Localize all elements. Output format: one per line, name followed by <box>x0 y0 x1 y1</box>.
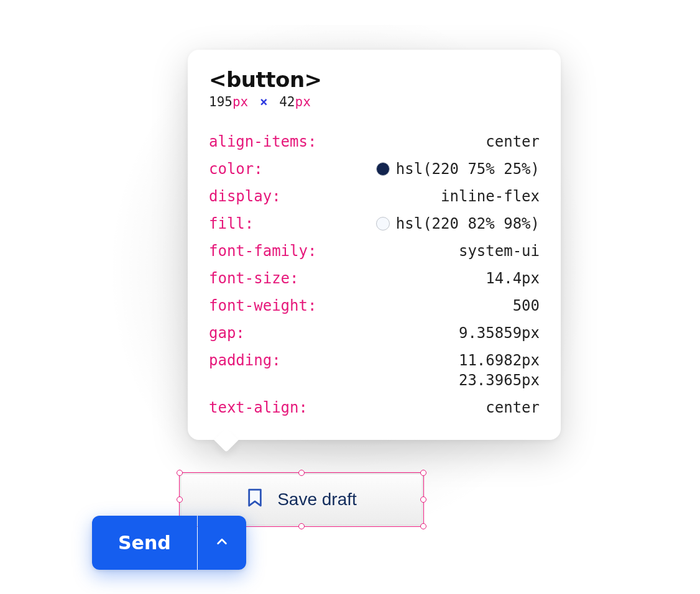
property-value-text: 23.3965px <box>459 372 540 389</box>
property-name: color <box>209 160 263 178</box>
property-value-text: system-ui <box>459 242 540 260</box>
property-value: center <box>486 133 540 150</box>
property-name: font-size <box>209 270 299 287</box>
property-value-line: 23.3965px <box>459 372 540 389</box>
property-value-line: 9.35859px <box>459 324 540 342</box>
inspector-property-row: font-weight500 <box>209 292 540 319</box>
inspector-property-row: font-familysystem-ui <box>209 237 540 265</box>
property-value: system-ui <box>459 242 540 260</box>
dimension-width-unit: px <box>233 94 248 109</box>
inspector-property-row: fillhsl(220 82% 98%) <box>209 210 540 237</box>
property-value: 9.35859px <box>459 324 540 342</box>
tooltip-arrow <box>214 427 239 452</box>
inspector-header: <button> 195px × 42px <box>209 67 540 109</box>
property-name: font-weight <box>209 297 316 314</box>
bookmark-icon <box>246 487 264 513</box>
property-value: 11.6982px23.3965px <box>459 352 540 389</box>
dimension-separator: × <box>256 94 272 109</box>
dimension-height-unit: px <box>295 94 311 109</box>
dimension-height-number: 42 <box>279 94 295 109</box>
send-button-group: Send <box>92 516 246 570</box>
inspector-property-row: align-itemscenter <box>209 128 540 155</box>
property-value-line: hsl(220 82% 98%) <box>376 215 540 232</box>
property-name: padding <box>209 352 281 369</box>
send-label: Send <box>118 532 171 554</box>
property-value-line: hsl(220 75% 25%) <box>376 160 540 178</box>
send-more-options-button[interactable] <box>198 516 246 570</box>
send-button[interactable]: Send <box>92 516 197 570</box>
inspector-properties-list: align-itemscentercolorhsl(220 75% 25%)di… <box>209 128 540 421</box>
property-value-line: system-ui <box>459 242 540 260</box>
property-value: center <box>486 399 540 416</box>
inspected-element-tag: <button> <box>209 67 540 92</box>
property-name: gap <box>209 324 245 342</box>
property-value-text: 14.4px <box>486 270 540 287</box>
property-value-text: center <box>486 133 540 150</box>
inspector-property-row: padding11.6982px23.3965px <box>209 347 540 394</box>
save-draft-label: Save draft <box>277 490 357 509</box>
property-value-line: center <box>486 399 540 416</box>
inspector-property-row: text-aligncenter <box>209 394 540 421</box>
property-value: hsl(220 75% 25%) <box>376 160 540 178</box>
property-value-text: center <box>486 399 540 416</box>
inspector-property-row: font-size14.4px <box>209 265 540 292</box>
property-value-line: inline-flex <box>441 188 540 205</box>
inspector-property-row: displayinline-flex <box>209 183 540 210</box>
property-value-line: 500 <box>513 297 540 314</box>
property-value-text: hsl(220 75% 25%) <box>396 160 540 178</box>
property-value: 14.4px <box>486 270 540 287</box>
property-value-line: 11.6982px <box>459 352 540 369</box>
property-value-line: center <box>486 133 540 150</box>
property-value-text: 11.6982px <box>459 352 540 369</box>
inspector-property-row: colorhsl(220 75% 25%) <box>209 155 540 183</box>
property-value-text: 9.35859px <box>459 324 540 342</box>
property-value-text: inline-flex <box>441 188 540 205</box>
property-name: display <box>209 188 281 205</box>
property-value: hsl(220 82% 98%) <box>376 215 540 232</box>
property-value-text: hsl(220 82% 98%) <box>396 215 540 232</box>
color-swatch <box>376 162 390 176</box>
dimension-width-number: 195 <box>209 94 233 109</box>
property-value: inline-flex <box>441 188 540 205</box>
property-name: fill <box>209 215 254 232</box>
inspector-property-row: gap9.35859px <box>209 319 540 347</box>
inspected-element-dimensions: 195px × 42px <box>209 94 540 109</box>
chevron-up-icon <box>215 535 229 551</box>
property-name: align-items <box>209 133 316 150</box>
property-value: 500 <box>513 297 540 314</box>
property-name: text-align <box>209 399 308 416</box>
color-swatch <box>376 217 390 231</box>
property-value-text: 500 <box>513 297 540 314</box>
css-inspector-tooltip: <button> 195px × 42px align-itemscenterc… <box>188 50 561 440</box>
property-value-line: 14.4px <box>486 270 540 287</box>
property-name: font-family <box>209 242 316 260</box>
